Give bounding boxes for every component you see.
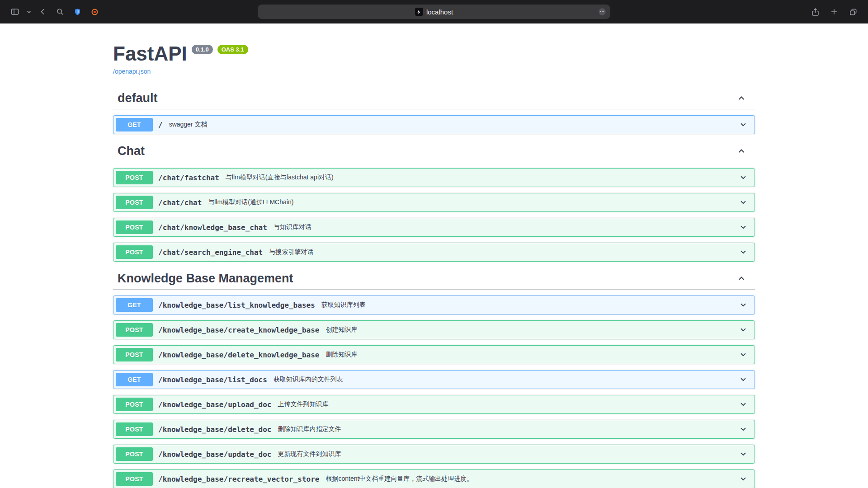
http-method-badge: POST: [116, 398, 153, 411]
search-button[interactable]: [52, 4, 68, 19]
collapse-section-button[interactable]: [736, 273, 747, 284]
expand-endpoint-button[interactable]: [736, 423, 751, 435]
chevron-down-icon: [738, 375, 748, 385]
endpoint-row[interactable]: POST /knowledge_base/delete_knowledge_ba…: [113, 345, 755, 364]
collapse-section-button[interactable]: [736, 93, 747, 103]
endpoint-summary[interactable]: GET / swagger 文档: [113, 116, 755, 134]
ellipsis-circle-icon: [598, 8, 606, 16]
chevron-down-icon: [738, 350, 748, 360]
chevron-up-icon: [736, 145, 747, 156]
expand-endpoint-button[interactable]: [736, 221, 751, 233]
expand-endpoint-button[interactable]: [736, 172, 751, 183]
section-header[interactable]: Knowledge Base Management: [113, 267, 755, 290]
endpoint-summary[interactable]: GET /knowledge_base/list_knowledge_bases…: [113, 296, 755, 314]
sidebar-menu-chevron-button[interactable]: [24, 4, 33, 19]
endpoint-row[interactable]: POST /knowledge_base/delete_doc 删除知识库内指定…: [113, 420, 755, 439]
sidebar-toggle-button[interactable]: [7, 4, 23, 19]
expand-endpoint-button[interactable]: [736, 374, 751, 385]
endpoint-description: 上传文件到知识库: [278, 400, 328, 408]
endpoint-row[interactable]: POST /chat/search_engine_chat 与搜索引擎对话: [113, 243, 755, 262]
section-operations: POST /chat/fastchat 与llm模型对话(直接与fastchat…: [113, 168, 755, 262]
endpoint-summary[interactable]: POST /knowledge_base/update_doc 更新现有文件到知…: [113, 445, 755, 463]
endpoint-summary[interactable]: POST /knowledge_base/upload_doc 上传文件到知识库: [113, 395, 755, 413]
sidebar-icon: [10, 7, 19, 16]
search-icon: [56, 8, 64, 16]
expand-endpoint-button[interactable]: [736, 448, 751, 460]
section-title: default: [118, 91, 158, 105]
expand-endpoint-button[interactable]: [736, 324, 751, 336]
endpoint-summary[interactable]: POST /chat/knowledge_base_chat 与知识库对话: [113, 218, 755, 236]
endpoint-summary[interactable]: POST /knowledge_base/delete_doc 删除知识库内指定…: [113, 420, 755, 438]
section-header[interactable]: default: [113, 87, 755, 109]
endpoint-path: /knowledge_base/list_docs: [158, 375, 267, 384]
http-method-badge: POST: [116, 323, 153, 337]
endpoint-description: 与搜索引擎对话: [269, 248, 313, 256]
chevron-down-icon: [738, 120, 748, 130]
chevron-down-icon: [738, 222, 748, 232]
back-button[interactable]: [35, 4, 51, 19]
endpoint-row[interactable]: POST /knowledge_base/recreate_vector_sto…: [113, 469, 755, 488]
endpoint-row[interactable]: POST /chat/fastchat 与llm模型对话(直接与fastchat…: [113, 168, 755, 187]
endpoint-summary[interactable]: GET /knowledge_base/list_docs 获取知识库内的文件列…: [113, 371, 755, 389]
expand-endpoint-button[interactable]: [736, 119, 751, 131]
chevron-down-icon: [738, 399, 748, 409]
new-tab-button[interactable]: [826, 4, 842, 19]
plus-icon: [830, 8, 838, 16]
expand-endpoint-button[interactable]: [736, 197, 751, 208]
version-badge: 0.1.0: [192, 45, 213, 54]
endpoint-path: /knowledge_base/update_doc: [158, 450, 271, 459]
site-favicon-icon: [415, 8, 423, 16]
toolbar-left-group: [7, 4, 102, 19]
tab-overview-button[interactable]: [845, 4, 861, 19]
section-operations: GET / swagger 文档: [113, 115, 755, 134]
endpoint-description: 创建知识库: [326, 326, 357, 334]
endpoint-description: 根据content中文档重建向量库，流式输出处理进度。: [326, 475, 473, 483]
swagger-page: FastAPI 0.1.0 OAS 3.1 /openapi.json defa…: [0, 23, 868, 488]
expand-endpoint-button[interactable]: [736, 299, 751, 311]
endpoint-row[interactable]: POST /knowledge_base/upload_doc 上传文件到知识库: [113, 395, 755, 414]
endpoint-path: /chat/search_engine_chat: [158, 248, 263, 257]
section-header[interactable]: Chat: [113, 140, 755, 162]
endpoint-summary[interactable]: POST /knowledge_base/recreate_vector_sto…: [113, 470, 755, 488]
endpoint-row[interactable]: GET /knowledge_base/list_knowledge_bases…: [113, 296, 755, 314]
endpoint-description: 更新现有文件到知识库: [278, 450, 341, 458]
endpoint-row[interactable]: POST /knowledge_base/create_knowledge_ba…: [113, 320, 755, 339]
endpoint-summary[interactable]: POST /knowledge_base/create_knowledge_ba…: [113, 321, 755, 339]
http-method-badge: POST: [116, 472, 153, 486]
endpoint-row[interactable]: POST /chat/knowledge_base_chat 与知识库对话: [113, 218, 755, 237]
share-button[interactable]: [807, 4, 823, 19]
section-title: Knowledge Base Management: [118, 272, 293, 285]
oas-badge: OAS 3.1: [217, 45, 248, 54]
blue-extension-button[interactable]: [70, 4, 85, 19]
api-info-block: FastAPI 0.1.0 OAS 3.1 /openapi.json: [113, 43, 755, 75]
endpoint-summary[interactable]: POST /knowledge_base/delete_knowledge_ba…: [113, 346, 755, 364]
endpoint-path: /chat/chat: [158, 198, 202, 207]
expand-endpoint-button[interactable]: [736, 246, 751, 258]
endpoint-path: /knowledge_base/delete_doc: [158, 425, 271, 434]
endpoint-row[interactable]: GET /knowledge_base/list_docs 获取知识库内的文件列…: [113, 370, 755, 389]
endpoint-path: /chat/knowledge_base_chat: [158, 223, 267, 232]
endpoint-row[interactable]: GET / swagger 文档: [113, 115, 755, 134]
toolbar-right-group: [807, 4, 861, 19]
chevron-down-icon: [738, 300, 748, 310]
section-operations: GET /knowledge_base/list_knowledge_bases…: [113, 296, 755, 488]
expand-endpoint-button[interactable]: [736, 349, 751, 361]
expand-endpoint-button[interactable]: [736, 473, 751, 485]
endpoint-summary[interactable]: POST /chat/chat 与llm模型对话(通过LLMChain): [113, 193, 755, 211]
collapse-section-button[interactable]: [736, 145, 747, 156]
address-bar[interactable]: localhost: [258, 5, 610, 19]
expand-endpoint-button[interactable]: [736, 399, 751, 410]
http-method-badge: POST: [116, 221, 153, 234]
endpoint-description: swagger 文档: [169, 121, 208, 129]
endpoint-description: 与知识库对话: [274, 223, 311, 231]
orange-extension-button[interactable]: [87, 4, 102, 19]
endpoint-row[interactable]: POST /knowledge_base/update_doc 更新现有文件到知…: [113, 445, 755, 464]
endpoint-description: 删除知识库内指定文件: [278, 425, 341, 433]
api-title: FastAPI 0.1.0 OAS 3.1: [113, 43, 755, 64]
blue-extension-icon: [74, 8, 81, 16]
openapi-spec-link[interactable]: /openapi.json: [113, 68, 151, 75]
endpoint-summary[interactable]: POST /chat/search_engine_chat 与搜索引擎对话: [113, 243, 755, 261]
endpoint-row[interactable]: POST /chat/chat 与llm模型对话(通过LLMChain): [113, 193, 755, 212]
endpoint-summary[interactable]: POST /chat/fastchat 与llm模型对话(直接与fastchat…: [113, 169, 755, 187]
page-options-button[interactable]: [598, 8, 606, 16]
